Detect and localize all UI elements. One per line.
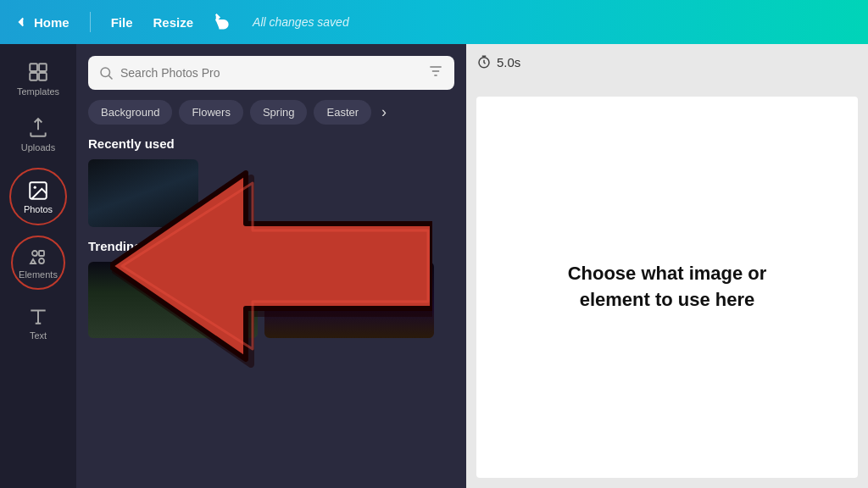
- trending-thumb-1[interactable]: [88, 262, 258, 338]
- home-label: Home: [34, 15, 70, 30]
- undo-button[interactable]: [214, 13, 232, 31]
- recently-thumb-1[interactable]: [88, 159, 198, 227]
- chip-background[interactable]: Background: [88, 100, 172, 125]
- search-input[interactable]: [120, 66, 420, 80]
- svg-rect-1: [39, 64, 47, 71]
- svg-line-10: [108, 75, 112, 79]
- chip-flowers[interactable]: Flowers: [179, 100, 243, 125]
- trending-thumb-2[interactable]: [264, 262, 434, 338]
- chips-more-button[interactable]: ›: [378, 100, 390, 125]
- svg-point-6: [32, 251, 37, 256]
- svg-rect-0: [30, 64, 37, 71]
- main-layout: Templates Uploads Photos: [0, 44, 868, 488]
- svg-point-9: [101, 68, 110, 77]
- timer-display: 5.0s: [476, 54, 858, 69]
- search-bar: [88, 56, 454, 90]
- category-chips: Background Flowers Spring Easter ›: [88, 100, 454, 125]
- trending-header: Trending: [88, 239, 454, 253]
- sidebar-text-label: Text: [30, 330, 47, 341]
- sidebar: Templates Uploads Photos: [0, 44, 76, 488]
- filter-button[interactable]: [427, 63, 444, 83]
- sidebar-photos-label: Photos: [24, 204, 53, 214]
- sidebar-item-photos[interactable]: Photos: [9, 168, 67, 225]
- sidebar-uploads-label: Uploads: [21, 142, 55, 152]
- file-menu[interactable]: File: [111, 15, 133, 30]
- svg-rect-7: [39, 251, 44, 256]
- resize-menu[interactable]: Resize: [153, 15, 194, 30]
- sidebar-elements-label: Elements: [19, 269, 58, 280]
- search-icon: [98, 65, 114, 80]
- chip-easter[interactable]: Easter: [314, 100, 371, 125]
- topbar-separator: [90, 12, 91, 32]
- sidebar-item-templates[interactable]: Templates: [0, 53, 76, 105]
- timer-icon: [476, 54, 492, 69]
- canvas-white-area: Choose what image or element to use here: [476, 97, 858, 478]
- recently-used-header: Recently used: [88, 136, 454, 151]
- canvas-instruction: Choose what image or element to use here: [548, 261, 786, 313]
- timer-value: 5.0s: [497, 55, 520, 69]
- home-button[interactable]: Home: [14, 14, 70, 30]
- svg-point-5: [34, 186, 36, 188]
- topbar: Home File Resize All changes saved: [0, 0, 868, 44]
- recently-used-row: [88, 159, 454, 227]
- canvas-area: 5.0s Choose what image or element to use…: [466, 44, 868, 488]
- sidebar-item-uploads[interactable]: Uploads: [0, 108, 76, 161]
- trending-row: [88, 262, 454, 338]
- photos-panel: Background Flowers Spring Easter › Recen…: [76, 44, 466, 488]
- autosave-status: All changes saved: [253, 15, 349, 29]
- svg-rect-2: [30, 73, 37, 80]
- sidebar-item-elements[interactable]: Elements: [11, 236, 65, 290]
- svg-rect-8: [39, 258, 44, 263]
- chip-spring[interactable]: Spring: [250, 100, 308, 125]
- svg-rect-3: [39, 73, 47, 80]
- sidebar-item-text[interactable]: Text: [0, 297, 76, 349]
- sidebar-templates-label: Templates: [17, 86, 59, 97]
